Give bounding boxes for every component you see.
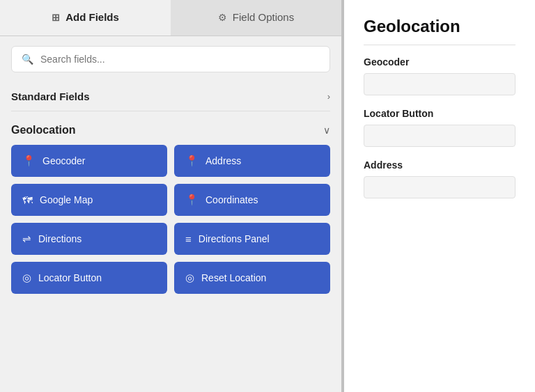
right-geocoder-section: Geocoder: [364, 56, 515, 95]
search-input[interactable]: [40, 54, 320, 65]
locator-button-icon: ◎: [22, 272, 31, 284]
left-panel: ⊞ Add Fields ⚙ Field Options 🔍 Standard …: [0, 0, 341, 392]
google-map-label: Google Map: [40, 194, 93, 205]
geolocation-chevron: ∨: [323, 125, 330, 136]
right-locator-section: Locator Button: [364, 108, 515, 147]
fields-grid: 📍 Geocoder 📍 Address 🗺 Google Map 📍 Coor…: [11, 145, 330, 305]
search-icon: 🔍: [22, 54, 33, 65]
coordinates-icon: 📍: [185, 194, 199, 206]
search-container: 🔍: [0, 36, 341, 82]
geocoder-label: Geocoder: [42, 155, 85, 166]
field-btn-geocoder[interactable]: 📍 Geocoder: [11, 145, 167, 177]
search-box: 🔍: [11, 46, 330, 72]
right-address-input[interactable]: [364, 176, 515, 198]
directions-panel-label: Directions Panel: [199, 233, 270, 244]
standard-fields-header[interactable]: Standard Fields ›: [11, 82, 330, 111]
field-btn-locator-button[interactable]: ◎ Locator Button: [11, 262, 167, 294]
right-geocoder-input[interactable]: [364, 73, 515, 95]
geolocation-title: Geolocation: [11, 124, 75, 136]
field-btn-google-map[interactable]: 🗺 Google Map: [11, 184, 167, 216]
right-geocoder-label: Geocoder: [364, 56, 515, 68]
field-options-icon: ⚙: [218, 12, 227, 23]
field-btn-directions-panel[interactable]: ≡ Directions Panel: [174, 223, 330, 255]
directions-icon: ⇌: [22, 233, 31, 245]
right-address-section: Address: [364, 159, 515, 198]
tab-field-options-label: Field Options: [233, 11, 294, 23]
field-btn-directions[interactable]: ⇌ Directions: [11, 223, 167, 255]
standard-fields-title: Standard Fields: [11, 91, 90, 102]
tab-add-fields-label: Add Fields: [65, 11, 119, 23]
locator-button-label: Locator Button: [38, 272, 102, 283]
add-fields-icon: ⊞: [52, 12, 60, 23]
field-btn-coordinates[interactable]: 📍 Coordinates: [174, 184, 330, 216]
standard-fields-chevron: ›: [327, 91, 330, 102]
right-panel: Geolocation Geocoder Locator Button Addr…: [341, 0, 535, 392]
standard-fields-section: Standard Fields ›: [0, 82, 341, 111]
right-address-label: Address: [364, 159, 515, 171]
right-locator-label: Locator Button: [364, 108, 515, 119]
field-btn-reset-location[interactable]: ◎ Reset Location: [174, 262, 330, 294]
field-btn-address[interactable]: 📍 Address: [174, 145, 330, 177]
geocoder-icon: 📍: [22, 155, 36, 167]
reset-location-icon: ◎: [185, 272, 194, 284]
tab-add-fields[interactable]: ⊞ Add Fields: [0, 0, 171, 36]
coordinates-label: Coordinates: [206, 194, 258, 205]
reset-location-label: Reset Location: [201, 272, 266, 283]
directions-panel-icon: ≡: [185, 233, 192, 245]
geolocation-section: Geolocation ∨ 📍 Geocoder 📍 Address 🗺 Goo…: [0, 114, 341, 305]
geolocation-header[interactable]: Geolocation ∨: [11, 114, 330, 145]
panel-title: Geolocation: [364, 17, 515, 45]
address-icon: 📍: [185, 155, 199, 167]
tabs-bar: ⊞ Add Fields ⚙ Field Options: [0, 0, 341, 36]
right-locator-input[interactable]: [364, 125, 515, 147]
address-label: Address: [206, 155, 241, 166]
google-map-icon: 🗺: [22, 194, 33, 206]
directions-label: Directions: [38, 233, 82, 244]
tab-field-options[interactable]: ⚙ Field Options: [171, 0, 341, 36]
